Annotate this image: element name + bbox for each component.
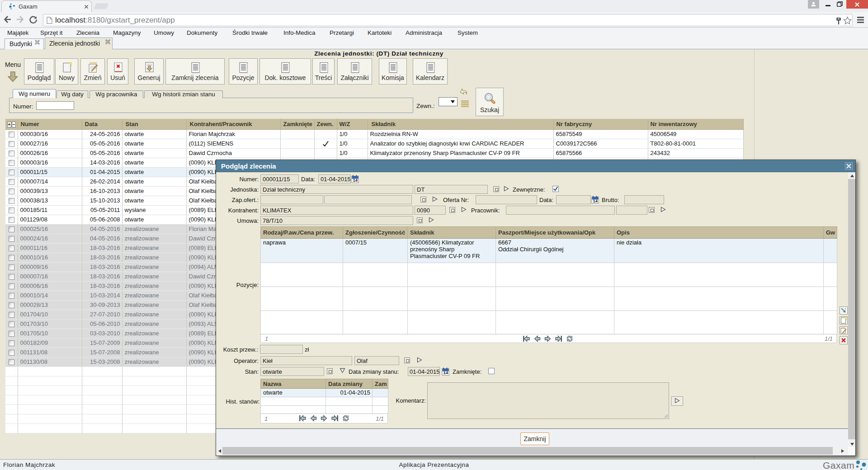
svg-text:14: 14 — [593, 198, 598, 203]
svg-text:14: 14 — [353, 178, 358, 183]
svg-text:14: 14 — [443, 370, 448, 375]
